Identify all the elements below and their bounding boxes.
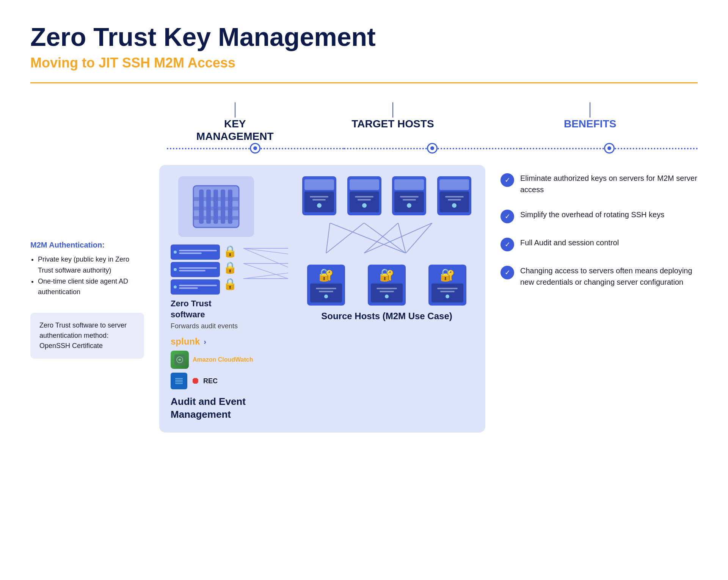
svg-line-26 xyxy=(330,223,406,253)
source-host-3: 🔐 xyxy=(428,265,466,306)
svg-rect-21 xyxy=(175,382,183,384)
server-unit-2 xyxy=(171,262,220,277)
benefit-check-3: ✓ xyxy=(500,238,514,251)
vault-box xyxy=(178,176,254,237)
target-top-row xyxy=(300,176,474,215)
diagram-bg: 🔒 🔒 🔒 xyxy=(159,165,485,433)
benefit-text-4: Changing access to servers often means d… xyxy=(520,265,698,288)
benefits-col: ✓ Eliminate authorized keys on servers f… xyxy=(500,165,698,433)
dot-circle-2 xyxy=(427,143,438,154)
dot-circle-3 xyxy=(604,143,615,154)
audit-mgmt-label: Audit and EventManagement xyxy=(171,395,292,421)
audit-label: Forwards audit events xyxy=(171,322,292,330)
m2m-list: Private key (public key in Zero Trust so… xyxy=(30,254,144,298)
divider xyxy=(30,82,698,83)
server-unit-3 xyxy=(171,279,220,295)
cloudwatch-label: Amazon CloudWatch xyxy=(193,356,253,363)
main-content: M2M Authentication: Private key (public … xyxy=(30,165,698,433)
col-header-key-mgmt: KEYMANAGEMENT xyxy=(167,102,303,143)
cloudwatch-icon xyxy=(171,351,189,369)
svg-line-29 xyxy=(406,223,432,253)
target-server-1 xyxy=(302,176,336,215)
lock-icon-3: 🔒 xyxy=(223,277,237,290)
key-mgmt-col: 🔒 🔒 🔒 xyxy=(171,176,292,421)
benefit-check-2: ✓ xyxy=(500,210,514,223)
page-title: Zero Trust Key Management xyxy=(30,23,698,51)
source-lock-3: 🔐 xyxy=(440,268,455,282)
source-hosts-row: 🔐 🔐 xyxy=(300,265,474,306)
zt-label: Zero Trustsoftware xyxy=(171,298,292,320)
svg-line-23 xyxy=(326,223,364,253)
source-lock-2: 🔐 xyxy=(379,268,394,282)
svg-rect-20 xyxy=(175,380,183,382)
target-server-3 xyxy=(392,176,426,215)
svg-rect-7 xyxy=(193,207,239,210)
m2m-item-2: One-time client side agent AD authentica… xyxy=(38,276,144,298)
source-lock-1: 🔐 xyxy=(318,268,334,282)
dot-circle-1 xyxy=(250,143,260,154)
svg-rect-19 xyxy=(175,378,183,379)
target-server-4 xyxy=(437,176,471,215)
benefit-text-3: Full Audit and session control xyxy=(520,237,619,248)
connect-svg xyxy=(300,223,474,253)
svg-rect-6 xyxy=(193,197,239,201)
source-host-2: 🔐 xyxy=(368,265,406,306)
benefit-item-4: ✓ Changing access to servers often means… xyxy=(500,265,698,288)
col-header-benefits: BENEFITS xyxy=(482,102,698,143)
m2m-auth-label: M2M Authentication: xyxy=(30,241,144,249)
lock-icon-2: 🔒 xyxy=(223,261,237,274)
benefit-check-1: ✓ xyxy=(500,173,514,187)
rec-row: ⏺ REC xyxy=(171,373,292,389)
benefit-text-1: Eliminate authorized keys on servers for… xyxy=(520,172,698,195)
svg-line-25 xyxy=(364,223,432,253)
dotted-row xyxy=(167,143,698,154)
source-host-1: 🔐 xyxy=(307,265,345,306)
benefit-item-1: ✓ Eliminate authorized keys on servers f… xyxy=(500,172,698,195)
cloudwatch-row: Amazon CloudWatch xyxy=(171,351,292,369)
center-diagram: 🔒 🔒 🔒 xyxy=(159,165,485,433)
rec-icon: ⏺ xyxy=(191,376,199,386)
columns-header: KEYMANAGEMENT TARGET HOSTS BENEFITS xyxy=(167,102,698,143)
audit-tools: splunk › Amazon CloudWatc xyxy=(171,336,292,389)
db-icon xyxy=(171,373,187,389)
svg-line-22 xyxy=(326,223,330,253)
target-hosts-col: 🔐 🔐 xyxy=(300,176,474,421)
rec-label: REC xyxy=(203,377,218,385)
page-subtitle: Moving to JIT SSH M2M Access xyxy=(30,55,698,71)
splunk-arrow: › xyxy=(204,337,206,346)
lock-icon-1: 🔒 xyxy=(223,245,237,258)
target-server-2 xyxy=(347,176,381,215)
col-header-target: TARGET HOSTS xyxy=(303,102,482,143)
m2m-item-1: Private key (public key in Zero Trust so… xyxy=(38,254,144,276)
server-unit-1 xyxy=(171,245,220,260)
splunk-row: splunk › xyxy=(171,336,292,347)
left-sidebar: M2M Authentication: Private key (public … xyxy=(30,165,144,433)
info-box: Zero Trust software to server authentica… xyxy=(30,313,144,359)
splunk-logo: splunk xyxy=(171,336,200,347)
svg-rect-8 xyxy=(193,216,239,220)
benefit-check-4: ✓ xyxy=(500,266,514,279)
benefit-item-3: ✓ Full Audit and session control xyxy=(500,237,698,251)
benefit-item-2: ✓ Simplify the overhead of rotating SSH … xyxy=(500,209,698,223)
source-hosts-label: Source Hosts (M2M Use Case) xyxy=(300,311,474,321)
diagram-wrapper: 🔒 🔒 🔒 xyxy=(159,165,485,433)
benefit-text-2: Simplify the overhead of rotating SSH ke… xyxy=(520,209,664,220)
svg-line-24 xyxy=(364,223,398,253)
